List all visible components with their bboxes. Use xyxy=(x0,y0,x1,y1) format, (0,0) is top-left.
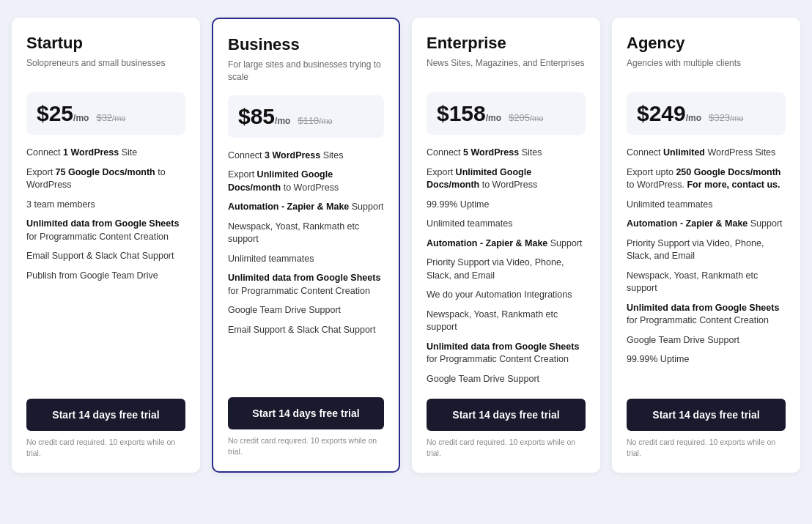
feature-item: Automation - Zapier & Make Support xyxy=(228,201,384,214)
price-old-startup: $32/mo xyxy=(96,112,125,123)
feature-item: Unlimited teammates xyxy=(228,253,384,266)
feature-item: Priority Support via Video, Phone, Slack… xyxy=(627,237,786,263)
price-box-startup: $25/mo $32/mo xyxy=(26,92,185,135)
trial-button-agency[interactable]: Start 14 days free trial xyxy=(627,399,786,431)
features-startup: Connect 1 WordPress SiteExport 75 Google… xyxy=(26,147,185,385)
feature-item: Newspack, Yoast, Rankmath etc support xyxy=(228,221,384,246)
feature-item: Google Team Drive Support xyxy=(627,334,786,347)
price-old-business: $110/mo xyxy=(298,115,332,126)
price-main-enterprise: $158/mo xyxy=(437,101,501,126)
feature-item: Connect 1 WordPress Site xyxy=(26,147,185,160)
plan-title-agency: Agency xyxy=(627,34,786,53)
feature-item: Publish from Google Team Drive xyxy=(26,270,185,283)
feature-item: We do your Automation Integrations xyxy=(427,289,586,302)
plan-title-enterprise: Enterprise xyxy=(427,34,586,53)
trial-note-business: No credit card required. 10 exports whil… xyxy=(228,435,384,457)
feature-item: Automation - Zapier & Make Support xyxy=(627,218,786,231)
price-box-business: $85/mo $110/mo xyxy=(228,95,384,138)
feature-item: Export Unlimited Google Docs/month to Wo… xyxy=(228,169,384,194)
plan-subtitle-enterprise: News Sites, Magazines, and Enterprises xyxy=(427,57,586,81)
price-box-enterprise: $158/mo $205/mo xyxy=(427,92,586,135)
price-main-business: $85/mo xyxy=(238,104,290,129)
plan-subtitle-agency: Agencies with multiple clients xyxy=(627,57,786,81)
card-agency: Agency Agencies with multiple clients $2… xyxy=(612,18,800,473)
feature-item: Unlimited teammates xyxy=(427,218,586,231)
feature-item: Newspack, Yoast, Rankmath etc support xyxy=(627,270,786,295)
feature-item: Connect Unlimited WordPress Sites xyxy=(627,147,786,160)
features-business: Connect 3 WordPress SitesExport Unlimite… xyxy=(228,150,384,384)
price-box-agency: $249/mo $323/mo xyxy=(627,92,786,135)
features-agency: Connect Unlimited WordPress SitesExport … xyxy=(627,147,786,385)
feature-item: Connect 3 WordPress Sites xyxy=(228,150,384,163)
feature-item: Export 75 Google Docs/month to WordPress xyxy=(26,166,185,192)
feature-item: Unlimited data from Google Sheets for Pr… xyxy=(228,272,384,298)
card-business: Business For large sites and businesses … xyxy=(212,18,400,473)
card-enterprise: Enterprise News Sites, Magazines, and En… xyxy=(412,18,600,473)
feature-item: Newspack, Yoast, Rankmath etc support xyxy=(427,309,586,334)
feature-item: Email Support & Slack Chat Support xyxy=(228,324,384,337)
trial-note-startup: No credit card required. 10 exports whil… xyxy=(26,437,185,458)
card-startup: Startup Solopreneurs and small businesse… xyxy=(12,18,200,473)
feature-item: 99.99% Uptime xyxy=(427,199,586,212)
feature-item: Export Unlimited Google Docs/month to Wo… xyxy=(427,166,586,192)
price-main-startup: $25/mo xyxy=(37,101,89,126)
trial-button-startup[interactable]: Start 14 days free trial xyxy=(26,399,185,431)
feature-item: 3 team members xyxy=(26,199,185,212)
feature-item: Automation - Zapier & Make Support xyxy=(427,237,586,251)
feature-item: Priority Support via Video, Phone, Slack… xyxy=(427,257,586,282)
price-main-agency: $249/mo xyxy=(637,101,701,126)
feature-item: Unlimited data from Google Sheets for Pr… xyxy=(26,218,185,243)
plan-title-business: Business xyxy=(228,35,384,54)
feature-item: 99.99% Uptime xyxy=(627,353,786,366)
feature-item: Unlimited teammates xyxy=(627,199,786,212)
price-old-enterprise: $205/mo xyxy=(509,112,543,123)
features-enterprise: Connect 5 WordPress SitesExport Unlimite… xyxy=(427,147,586,385)
feature-item: Unlimited data from Google Sheets for Pr… xyxy=(627,302,786,328)
plan-title-startup: Startup xyxy=(26,34,185,53)
price-old-agency: $323/mo xyxy=(709,112,743,123)
feature-item: Unlimited data from Google Sheets for Pr… xyxy=(427,341,586,366)
feature-item: Export upto 250 Google Docs/month to Wor… xyxy=(627,166,786,192)
feature-item: Google Team Drive Support xyxy=(228,304,384,317)
trial-button-business[interactable]: Start 14 days free trial xyxy=(228,397,384,429)
plan-subtitle-startup: Solopreneurs and small businesses xyxy=(26,57,185,81)
trial-button-enterprise[interactable]: Start 14 days free trial xyxy=(427,399,586,431)
trial-note-enterprise: No credit card required. 10 exports whil… xyxy=(427,437,586,458)
trial-note-agency: No credit card required. 10 exports whil… xyxy=(627,437,786,458)
feature-item: Connect 5 WordPress Sites xyxy=(427,147,586,160)
plan-subtitle-business: For large sites and businesses trying to… xyxy=(228,59,384,84)
pricing-grid: Startup Solopreneurs and small businesse… xyxy=(12,12,800,479)
feature-item: Google Team Drive Support xyxy=(427,373,586,386)
feature-item: Email Support & Slack Chat Support xyxy=(26,250,185,263)
